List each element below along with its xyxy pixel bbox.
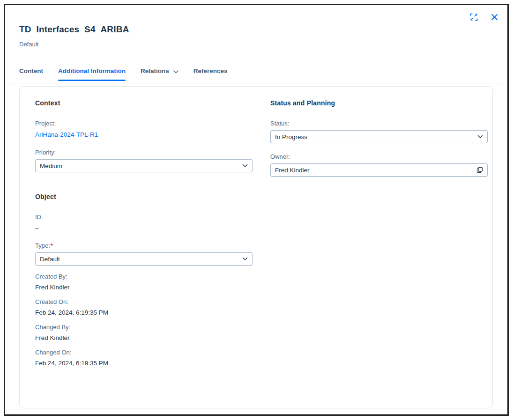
tab-bar: Content Additional Information Relations… bbox=[5, 60, 507, 83]
dialog-header: TD_Interfaces_S4_ARIBA Default bbox=[5, 5, 507, 48]
id-label: ID: bbox=[35, 213, 253, 221]
changed-on-label: Changed On: bbox=[35, 348, 253, 357]
section-heading-status-planning: Status and Planning bbox=[270, 99, 488, 107]
chevron-down-icon bbox=[242, 257, 248, 261]
field-priority: Priority: Medium bbox=[35, 148, 253, 172]
status-label: Status: bbox=[270, 119, 488, 128]
created-on-value: Feb 24, 2024, 6:19:35 PM bbox=[35, 309, 253, 317]
created-by-value: Fred Kindler bbox=[35, 283, 253, 292]
section-heading-context: Context bbox=[35, 99, 253, 107]
status-select-value: In Progress bbox=[275, 133, 474, 140]
screenshot-frame: TD_Interfaces_S4_ARIBA Default Content A… bbox=[0, 0, 513, 420]
form-card: Context Project: AriHana-2024-TPL-R1 Pri… bbox=[19, 86, 493, 408]
tab-relations-label: Relations bbox=[141, 67, 169, 74]
owner-label: Owner: bbox=[270, 153, 488, 161]
section-status-planning: Status and Planning Status: In Progress bbox=[270, 99, 488, 177]
dialog-header-actions bbox=[469, 12, 499, 22]
field-created-on: Created On: Feb 24, 2024, 6:19:35 PM bbox=[35, 298, 253, 317]
priority-select-value: Medium bbox=[40, 162, 238, 169]
field-owner: Owner: bbox=[270, 153, 488, 177]
section-heading-object: Object bbox=[35, 193, 253, 200]
type-label: Type:* bbox=[35, 242, 253, 250]
chevron-down-icon bbox=[242, 164, 248, 168]
owner-field[interactable] bbox=[270, 163, 488, 177]
changed-by-value: Fred Kindler bbox=[35, 334, 253, 342]
field-type: Type:* Default bbox=[35, 242, 253, 265]
changed-on-value: Feb 24, 2024, 6:19:35 PM bbox=[35, 359, 253, 368]
project-label: Project: bbox=[35, 119, 253, 128]
tab-references-label: References bbox=[193, 67, 228, 74]
form-column-right: Status and Planning Status: In Progress bbox=[270, 99, 488, 374]
field-created-by: Created By: Fred Kindler bbox=[35, 273, 253, 292]
close-icon[interactable] bbox=[490, 12, 499, 22]
tab-additional-information[interactable]: Additional Information bbox=[51, 60, 133, 83]
created-on-label: Created On: bbox=[35, 298, 253, 306]
owner-input[interactable] bbox=[275, 164, 473, 176]
field-id: ID: – bbox=[35, 213, 253, 232]
form-grid: Context Project: AriHana-2024-TPL-R1 Pri… bbox=[35, 99, 488, 374]
priority-label: Priority: bbox=[35, 148, 253, 157]
id-value: – bbox=[35, 224, 253, 232]
required-asterisk: * bbox=[51, 242, 53, 249]
created-by-label: Created By: bbox=[35, 273, 253, 281]
priority-select[interactable]: Medium bbox=[35, 159, 253, 172]
status-select[interactable]: In Progress bbox=[270, 130, 488, 143]
tab-relations[interactable]: Relations bbox=[133, 60, 186, 83]
field-project: Project: AriHana-2024-TPL-R1 bbox=[35, 119, 253, 139]
changed-by-label: Changed By: bbox=[35, 323, 253, 332]
copy-value-help-icon[interactable] bbox=[476, 167, 483, 173]
page-subtitle: Default bbox=[19, 40, 493, 48]
tab-additional-information-label: Additional Information bbox=[58, 67, 126, 74]
field-changed-on: Changed On: Feb 24, 2024, 6:19:35 PM bbox=[35, 348, 253, 368]
page-title: TD_Interfaces_S4_ARIBA bbox=[19, 24, 493, 35]
type-select[interactable]: Default bbox=[35, 252, 253, 265]
full-screen-icon[interactable] bbox=[469, 12, 478, 22]
type-select-value: Default bbox=[40, 256, 238, 263]
tab-references[interactable]: References bbox=[186, 60, 235, 83]
tab-content[interactable]: Content bbox=[12, 60, 51, 83]
section-object: Object ID: – Type:* Default bbox=[35, 193, 253, 368]
tab-content-label: Content bbox=[19, 67, 43, 74]
section-context: Context Project: AriHana-2024-TPL-R1 Pri… bbox=[35, 99, 253, 172]
field-changed-by: Changed By: Fred Kindler bbox=[35, 323, 253, 342]
field-status: Status: In Progress bbox=[270, 119, 488, 143]
chevron-down-icon bbox=[477, 135, 483, 139]
project-link[interactable]: AriHana-2024-TPL-R1 bbox=[35, 131, 98, 138]
chevron-down-icon bbox=[173, 68, 178, 75]
object-dialog: TD_Interfaces_S4_ARIBA Default Content A… bbox=[4, 4, 509, 416]
form-column-left: Context Project: AriHana-2024-TPL-R1 Pri… bbox=[35, 99, 253, 374]
